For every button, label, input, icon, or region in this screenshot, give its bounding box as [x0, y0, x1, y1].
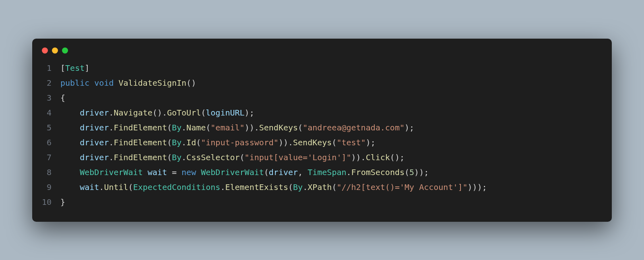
- code-window: 1[Test]2public void ValidateSignIn()3{4 …: [32, 39, 612, 222]
- code-line: 4 driver.Navigate().GoToUrl(loginURL);: [42, 105, 602, 120]
- token: driver: [80, 108, 109, 118]
- token: FindElement: [114, 123, 167, 132]
- token: )).: [279, 138, 293, 147]
- indent: [60, 167, 80, 177]
- titlebar: [32, 47, 612, 61]
- token: "input[value='Login']": [245, 153, 351, 162]
- code-line: 1[Test]: [42, 61, 602, 76]
- token: .: [182, 153, 186, 162]
- token: TimeSpan: [308, 167, 346, 177]
- token: WebDriverWait: [80, 167, 143, 177]
- token: }: [60, 197, 65, 207]
- line-number: 9: [42, 180, 60, 195]
- token: );: [366, 138, 376, 147]
- token: ValidateSignIn: [119, 78, 187, 88]
- line-number: 7: [42, 150, 60, 165]
- code-line: 6 driver.FindElement(By.Id("input-passwo…: [42, 135, 602, 150]
- token: SendKeys: [293, 138, 332, 147]
- token: ();: [390, 153, 405, 162]
- token: "email": [211, 123, 244, 132]
- line-content: driver.FindElement(By.Name("email")).Sen…: [60, 120, 602, 135]
- token: .: [109, 123, 114, 132]
- close-icon[interactable]: [42, 47, 48, 54]
- token: )).: [245, 123, 259, 132]
- minimize-icon[interactable]: [52, 47, 58, 54]
- indent: [60, 153, 80, 162]
- line-number: 10: [42, 195, 60, 210]
- token: .: [182, 123, 186, 132]
- token: )).: [351, 153, 366, 162]
- token: [196, 167, 201, 177]
- token: driver: [80, 153, 109, 162]
- token: GoToUrl: [167, 108, 201, 118]
- token: .: [220, 182, 225, 192]
- line-content: WebDriverWait wait = new WebDriverWait(d…: [60, 165, 602, 180]
- token: (: [167, 123, 172, 132]
- token: (: [332, 182, 336, 192]
- token: ElementExists: [225, 182, 288, 192]
- token: );: [405, 123, 414, 132]
- token: .: [109, 108, 114, 118]
- token: [: [60, 63, 65, 73]
- token: Navigate: [114, 108, 152, 118]
- token: 5: [409, 167, 414, 177]
- line-number: 3: [42, 91, 60, 105]
- indent: [60, 123, 80, 132]
- token: By: [172, 138, 182, 147]
- token: [89, 78, 94, 88]
- token: Name: [186, 123, 206, 132]
- code-line: 7 driver.FindElement(By.CssSelector("inp…: [42, 150, 602, 165]
- token: (: [201, 108, 206, 118]
- code-line: 2public void ValidateSignIn(): [42, 76, 602, 91]
- token: SendKeys: [259, 123, 298, 132]
- token: ]: [85, 63, 89, 73]
- line-content: }: [60, 195, 602, 210]
- token: "//h2[text()='My Account']": [336, 182, 467, 192]
- token: {: [60, 93, 65, 103]
- code-block[interactable]: 1[Test]2public void ValidateSignIn()3{4 …: [32, 61, 612, 210]
- token: wait: [80, 182, 99, 192]
- token: (: [264, 167, 269, 177]
- line-content: [Test]: [60, 61, 602, 76]
- token: By: [172, 123, 182, 132]
- token: void: [94, 78, 114, 88]
- token: =: [167, 167, 182, 177]
- token: .: [347, 167, 351, 177]
- token: XPath: [308, 182, 332, 192]
- token: ExpectedConditions: [133, 182, 221, 192]
- token: FromSeconds: [351, 167, 405, 177]
- zoom-icon[interactable]: [62, 47, 68, 54]
- token: (: [206, 123, 211, 132]
- token: .: [182, 138, 186, 147]
- token: By: [293, 182, 303, 192]
- token: (: [288, 182, 293, 192]
- line-content: {: [60, 91, 602, 105]
- token: [114, 78, 118, 88]
- token: );: [245, 108, 254, 118]
- token: Click: [366, 153, 390, 162]
- token: ().: [153, 108, 167, 118]
- token: (: [405, 167, 409, 177]
- indent: [60, 182, 80, 192]
- token: public: [60, 78, 89, 88]
- token: "andreea@getnada.com": [303, 123, 405, 132]
- token: WebDriverWait: [201, 167, 264, 177]
- line-content: wait.Until(ExpectedConditions.ElementExi…: [60, 180, 602, 195]
- code-line: 10}: [42, 195, 602, 210]
- token: By: [172, 153, 182, 162]
- token: driver: [80, 123, 109, 132]
- code-line: 8 WebDriverWait wait = new WebDriverWait…: [42, 165, 602, 180]
- indent: [60, 138, 80, 147]
- token: (: [128, 182, 133, 192]
- token: (: [298, 123, 303, 132]
- token: FindElement: [114, 153, 167, 162]
- token: (: [167, 138, 172, 147]
- token: (: [332, 138, 336, 147]
- token: CssSelector: [186, 153, 239, 162]
- token: .: [109, 153, 114, 162]
- code-line: 3{: [42, 91, 602, 105]
- line-content: driver.Navigate().GoToUrl(loginURL);: [60, 105, 602, 120]
- token: .: [99, 182, 104, 192]
- token: driver: [269, 167, 298, 177]
- line-number: 1: [42, 61, 60, 76]
